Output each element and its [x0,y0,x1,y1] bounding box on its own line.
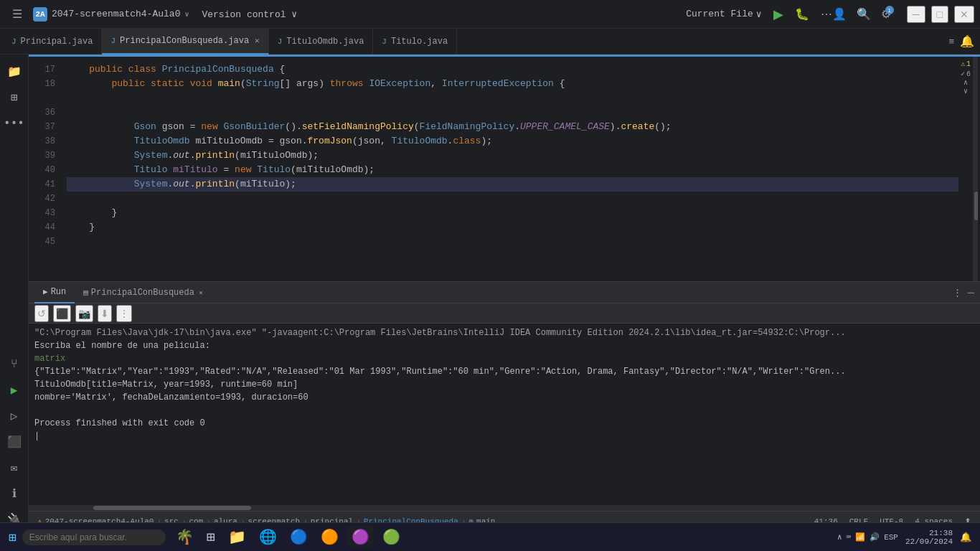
sidebar-more-icon[interactable]: ••• [3,112,26,135]
sidebar-grid-icon[interactable]: ⊞ [3,86,26,109]
windows-logo-icon[interactable]: ⊞ [9,529,17,545]
version-control-button[interactable]: Version control ∨ [202,9,297,20]
console-line-blank [34,404,974,417]
current-file-button[interactable]: Current File ∨ [686,9,761,20]
project-dropdown-icon[interactable]: ∨ [184,10,189,19]
collapse-icon[interactable]: ∨ [963,87,968,95]
panel-tab-run[interactable]: ▶ Run [34,282,75,303]
code-editor[interactable]: 17 18 36 37 38 39 40 41 42 43 44 45 publ… [29,57,980,281]
console-line-6: nombre='Matrix', fechaDeLanzamiento=1993… [34,391,974,404]
code-line-43: } [67,206,958,220]
panel-tab-close-button[interactable]: ✕ [199,288,203,297]
code-line-38: TituloOmdb miTituloOmdb = gson.fromJson(… [67,134,958,149]
windows-taskbar: ⊞ 🌴 ⊞ 📁 🌐 🔵 🟠 🟣 🟢 ∧ ⌨ 📶 🔊 ESP 21:38 22/0… [0,522,980,551]
tab-principalconbusqueda[interactable]: J PrincipalConBusqueda.java ✕ [102,29,268,55]
sidebar-run-icon[interactable]: ▶ [3,379,26,402]
run-tab-icon: ▶ [43,287,48,296]
taskbar-intellij-icon[interactable]: 🟣 [347,527,374,547]
user-icon[interactable]: 👤 [832,7,847,21]
line-numbers: 17 18 36 37 38 39 40 41 42 43 44 45 [29,57,61,281]
taskbar-start: ⊞ [3,529,22,545]
taskbar-sound-icon[interactable]: 🔊 [870,532,880,542]
taskbar-search-input[interactable] [22,529,166,545]
tab-titulo[interactable]: J Titulo.java [373,29,457,55]
main-layout: 📁 ⊞ ••• ⑂ ▶ ▷ ⬛ ✉ ℹ 🔌 17 18 36 37 38 39 … [0,55,980,531]
close-button[interactable]: ✕ [954,6,974,23]
sidebar-folder-icon[interactable]: 📁 [3,60,26,83]
editor-scrollbar[interactable] [973,57,980,281]
sidebar-info-icon[interactable]: ℹ [3,482,26,505]
sidebar-debug-run-icon[interactable]: ▷ [3,405,26,428]
taskbar-app5-icon[interactable]: 🟠 [316,527,343,547]
code-content: public class PrincipalConBusqueda { publ… [61,57,958,281]
taskbar-edge-icon[interactable]: 🔵 [286,527,312,547]
sidebar-mail-icon[interactable]: ✉ [3,456,26,479]
console-line-3: matrix [34,352,974,365]
tab-java-icon-titulo: J [382,37,387,46]
taskbar-date-display: 22/09/2024 [905,537,953,546]
horizontal-scrollbar[interactable] [29,505,980,511]
version-control-arrow-icon: ∨ [291,9,297,20]
sidebar-terminal-icon[interactable]: ⬛ [3,430,26,453]
code-line-36 [67,105,958,120]
sidebar-git-icon[interactable]: ⑂ [3,353,26,376]
debug-button[interactable]: 🐛 [795,7,809,21]
tab-tituloomdb[interactable]: J TituloOmdb.java [269,29,374,55]
taskbar-folder-icon[interactable]: 📁 [224,527,250,547]
left-sidebar: 📁 ⊞ ••• ⑂ ▶ ▷ ⬛ ✉ ℹ 🔌 [0,55,29,531]
taskbar-notification-icon[interactable]: 🔔 [960,532,971,543]
taskbar-clock[interactable]: 21:38 22/09/2024 [905,529,953,546]
check-count[interactable]: ✓6 [961,70,971,78]
run-button[interactable]: ▶ [773,6,783,22]
console-line-2: Escriba el nombre de una pelicula: [34,339,974,352]
code-line-18: public static void main(String[] args) t… [67,77,958,91]
taskbar-grid-icon[interactable]: ⊞ [202,527,220,547]
code-line-40: Titulo miTitulo = new Titulo(miTituloOmd… [67,163,958,177]
scroll-down-button[interactable]: ⬇ [98,305,112,322]
console-line-4: {"Title":"Matrix","Year":"1993","Rated":… [34,365,974,378]
hamburger-icon[interactable]: ☰ [6,3,29,26]
title-bar-actions: 👤 🔍 ⚙1 ─ □ ✕ [832,6,974,23]
title-bar-center: Current File ∨ ▶ 🐛 ⋯ [686,6,831,22]
taskbar-time-display: 21:38 [905,529,953,537]
minimize-button[interactable]: ─ [907,6,925,23]
more-options-button[interactable]: ⋯ [821,7,832,21]
taskbar-chevron-icon[interactable]: ∧ [837,532,842,542]
tab-java-icon-active: J [110,37,116,45]
project-name[interactable]: 2047-screenmatch4-Aula0 [52,9,180,19]
console-line-1: "C:\Program Files\Java\jdk-17\bin\java.e… [34,326,974,339]
panel-tab-file[interactable]: ▤ PrincipalConBusqueda ✕ [75,282,212,303]
taskbar-keyboard-icon[interactable]: ⌨ [847,532,852,542]
stop-button[interactable]: ⬛ [53,305,71,322]
taskbar-app7-icon[interactable]: 🟢 [378,527,405,547]
settings-button[interactable]: ⚙1 [881,7,891,21]
console-line-5: TituloOmdb[title=Matrix, year=1993, runt… [34,378,974,391]
taskbar-system-icons: ∧ ⌨ 📶 🔊 ESP [837,532,898,542]
warning-count[interactable]: ⚠1 [961,60,971,68]
taskbar-language[interactable]: ESP [884,533,898,542]
tab-java-icon-omdb: J [278,37,283,46]
code-line-45 [67,235,958,249]
taskbar-network-icon[interactable]: 📶 [855,532,865,542]
rerun-button[interactable]: ↺ [34,305,49,322]
expand-icon[interactable]: ∧ [963,78,968,87]
maximize-button[interactable]: □ [931,6,948,23]
console-output: "C:\Program Files\Java\jdk-17\bin\java.e… [29,324,980,505]
taskbar-palm-tree-icon[interactable]: 🌴 [171,527,198,547]
window-controls: ─ □ ✕ [907,6,974,23]
tab-principal[interactable]: J Principal.java [3,29,102,55]
tab-close-button[interactable]: ✕ [255,36,260,45]
tab-bar: J Principal.java J PrincipalConBusqueda.… [0,29,980,55]
taskbar-right: ∧ ⌨ 📶 🔊 ESP 21:38 22/09/2024 🔔 [837,529,977,546]
notification-icon[interactable]: 🔔 [960,34,974,48]
code-line-blank1 [67,91,958,105]
screenshot-button[interactable]: 📷 [75,305,93,322]
more-console-button[interactable]: ⋮ [116,305,132,322]
code-line-39: System.out.println(miTituloOmdb); [67,149,958,163]
panel-options-button[interactable]: ⋮ [953,287,962,298]
taskbar-chrome-icon[interactable]: 🌐 [255,527,281,547]
search-button[interactable]: 🔍 [857,7,871,21]
tab-options-button[interactable]: ≡ [948,36,954,47]
panel-minimize-button[interactable]: ─ [968,287,974,298]
console-toolbar: ↺ ⬛ 📷 ⬇ ⋮ [29,303,980,324]
